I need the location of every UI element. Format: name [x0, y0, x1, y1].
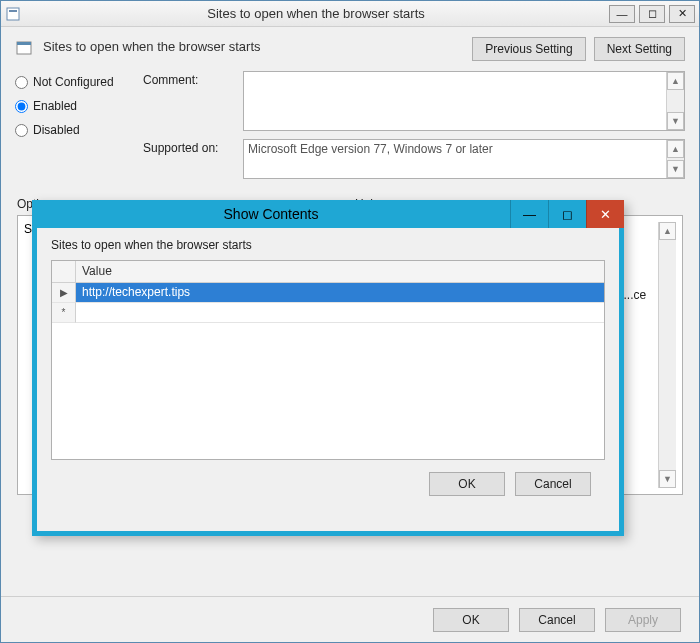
titlebar: Sites to open when the browser starts — …: [1, 1, 699, 27]
ok-button[interactable]: OK: [433, 608, 509, 632]
modal-ok-button[interactable]: OK: [429, 472, 505, 496]
comment-label: Comment:: [143, 71, 233, 131]
value-cell[interactable]: [76, 303, 604, 323]
supported-on-box: Microsoft Edge version 77, Windows 7 or …: [243, 139, 685, 179]
apply-button[interactable]: Apply: [605, 608, 681, 632]
grid-corner: [52, 261, 76, 282]
window-title: Sites to open when the browser starts: [27, 6, 605, 21]
modal-close-button[interactable]: ✕: [586, 200, 624, 228]
scroll-up-icon[interactable]: ▲: [659, 222, 676, 240]
modal-titlebar: Show Contents — ◻ ✕: [32, 200, 624, 228]
help-scrollbar[interactable]: ▲ ▼: [658, 222, 676, 488]
supported-on-value: Microsoft Edge version 77, Windows 7 or …: [244, 140, 666, 178]
previous-setting-button[interactable]: Previous Setting: [472, 37, 585, 61]
close-button[interactable]: ✕: [669, 5, 695, 23]
modal-caption: Sites to open when the browser starts: [51, 238, 605, 252]
modal-maximize-button[interactable]: ◻: [548, 200, 586, 228]
show-contents-dialog: Show Contents — ◻ ✕ Sites to open when t…: [32, 200, 624, 536]
policy-name-label: Sites to open when the browser starts: [43, 37, 462, 54]
svg-rect-0: [7, 8, 19, 20]
comment-scrollbar[interactable]: ▲ ▼: [666, 72, 684, 130]
radio-enabled-input[interactable]: [15, 100, 28, 113]
state-radio-group: Not Configured Enabled Disabled: [15, 71, 125, 179]
scroll-down-icon[interactable]: ▼: [659, 470, 676, 488]
radio-enabled-label: Enabled: [33, 99, 77, 113]
scroll-up-icon[interactable]: ▲: [667, 72, 684, 90]
radio-not-configured-input[interactable]: [15, 76, 28, 89]
next-setting-button[interactable]: Next Setting: [594, 37, 685, 61]
minimize-button[interactable]: —: [609, 5, 635, 23]
scroll-down-icon[interactable]: ▼: [667, 160, 684, 178]
svg-rect-3: [17, 42, 31, 45]
modal-cancel-button[interactable]: Cancel: [515, 472, 591, 496]
app-icon: [5, 6, 21, 22]
new-row-icon: *: [52, 303, 76, 323]
svg-rect-1: [9, 10, 17, 12]
comment-value[interactable]: [244, 72, 666, 130]
dialog-button-bar: OK Cancel Apply: [1, 596, 699, 642]
cancel-button[interactable]: Cancel: [519, 608, 595, 632]
value-grid[interactable]: Value ▶ http://techexpert.tips *: [51, 260, 605, 460]
radio-not-configured[interactable]: Not Configured: [15, 75, 125, 89]
modal-title: Show Contents: [32, 206, 510, 222]
row-indicator-icon: ▶: [52, 283, 76, 303]
value-cell[interactable]: http://techexpert.tips: [76, 283, 604, 303]
radio-enabled[interactable]: Enabled: [15, 99, 125, 113]
column-header-value[interactable]: Value: [76, 261, 604, 282]
maximize-button[interactable]: ◻: [639, 5, 665, 23]
scroll-down-icon[interactable]: ▼: [667, 112, 684, 130]
policy-icon: [15, 39, 33, 57]
radio-disabled-input[interactable]: [15, 124, 28, 137]
supported-scrollbar[interactable]: ▲ ▼: [666, 140, 684, 178]
modal-minimize-button[interactable]: —: [510, 200, 548, 228]
table-row[interactable]: *: [52, 303, 604, 323]
table-row[interactable]: ▶ http://techexpert.tips: [52, 283, 604, 303]
radio-not-configured-label: Not Configured: [33, 75, 114, 89]
radio-disabled-label: Disabled: [33, 123, 80, 137]
supported-on-label: Supported on:: [143, 139, 233, 179]
comment-textarea[interactable]: ▲ ▼: [243, 71, 685, 131]
radio-disabled[interactable]: Disabled: [15, 123, 125, 137]
scroll-up-icon[interactable]: ▲: [667, 140, 684, 158]
